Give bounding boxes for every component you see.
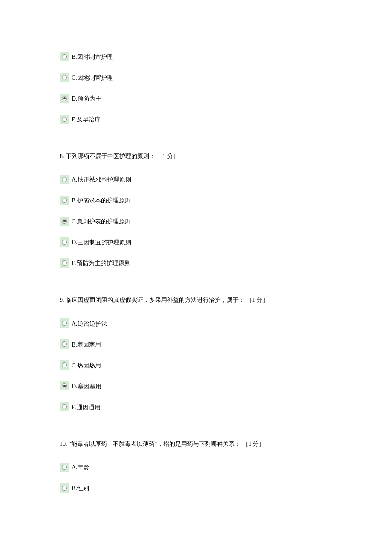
radio-button[interactable] bbox=[60, 402, 69, 411]
radio-button[interactable] bbox=[60, 462, 69, 472]
radio-button[interactable] bbox=[60, 175, 69, 184]
radio-button[interactable] bbox=[60, 339, 69, 349]
option-label: B.寒因寒用 bbox=[72, 339, 101, 350]
option-row[interactable]: B.寒因寒用 bbox=[60, 339, 332, 350]
option-label: D.三因制宜的护理原则 bbox=[72, 237, 131, 247]
radio-button[interactable] bbox=[60, 115, 69, 124]
question-8-stem: 8. 下列哪项不属于中医护理的原则： ［1 分］ bbox=[60, 152, 332, 161]
radio-button[interactable] bbox=[60, 258, 69, 268]
option-label: C.因地制宜护理 bbox=[72, 72, 113, 83]
option-label: B.因时制宜护理 bbox=[72, 51, 113, 62]
radio-button-selected[interactable] bbox=[60, 94, 69, 103]
radio-button-selected[interactable] bbox=[60, 381, 69, 390]
radio-button[interactable] bbox=[60, 196, 69, 205]
option-label: D.塞因塞用 bbox=[72, 381, 101, 391]
radio-button-selected[interactable] bbox=[60, 217, 69, 226]
option-label: A.年龄 bbox=[72, 462, 89, 472]
option-label: A.扶正祛邪的护理原则 bbox=[72, 174, 131, 185]
question-8-options: A.扶正祛邪的护理原则 B.护病求本的护理原则 C.急则护表的护理原则 D.三因… bbox=[60, 174, 332, 268]
option-row[interactable]: E.预防为主的护理原则 bbox=[60, 257, 332, 268]
option-row[interactable]: E.及早治疗 bbox=[60, 114, 332, 124]
option-row[interactable]: A.年龄 bbox=[60, 462, 332, 472]
question-10-options: A.年龄 B.性别 bbox=[60, 462, 332, 493]
option-row[interactable]: D.塞因塞用 bbox=[60, 381, 332, 391]
radio-button[interactable] bbox=[60, 483, 69, 493]
question-10-stem: 10. “能毒者以厚药，不胜毒者以薄药”，指的是用药与下列哪种关系： ［1 分］ bbox=[60, 439, 332, 449]
option-label: D.预防为主 bbox=[72, 93, 101, 104]
option-row[interactable]: B.因时制宜护理 bbox=[60, 51, 332, 62]
option-row[interactable]: C.热因热用 bbox=[60, 360, 332, 370]
option-row[interactable]: A.扶正祛邪的护理原则 bbox=[60, 174, 332, 185]
option-row[interactable]: A.逆治逆护法 bbox=[60, 318, 332, 329]
option-row[interactable]: E.通因通用 bbox=[60, 402, 332, 412]
radio-button[interactable] bbox=[60, 52, 69, 61]
option-row[interactable]: D.预防为主 bbox=[60, 93, 332, 104]
radio-button[interactable] bbox=[60, 318, 69, 328]
option-label: B.性别 bbox=[72, 483, 89, 493]
radio-button[interactable] bbox=[60, 360, 69, 370]
option-label: B.护病求本的护理原则 bbox=[72, 195, 131, 205]
option-row[interactable]: B.护病求本的护理原则 bbox=[60, 195, 332, 205]
option-label: E.通因通用 bbox=[72, 402, 101, 412]
option-label: C.急则护表的护理原则 bbox=[72, 216, 131, 226]
option-label: E.预防为主的护理原则 bbox=[72, 257, 130, 268]
option-label: E.及早治疗 bbox=[72, 114, 101, 124]
radio-button[interactable] bbox=[60, 73, 69, 82]
option-row[interactable]: D.三因制宜的护理原则 bbox=[60, 237, 332, 247]
radio-button[interactable] bbox=[60, 237, 69, 247]
option-label: C.热因热用 bbox=[72, 360, 101, 370]
question-7-options: B.因时制宜护理 C.因地制宜护理 D.预防为主 E.及早治疗 bbox=[60, 51, 332, 124]
option-label: A.逆治逆护法 bbox=[72, 318, 107, 329]
option-row[interactable]: B.性别 bbox=[60, 483, 332, 493]
question-9-options: A.逆治逆护法 B.寒因寒用 C.热因热用 D.塞因塞用 E.通因通用 bbox=[60, 318, 332, 412]
option-row[interactable]: C.急则护表的护理原则 bbox=[60, 216, 332, 226]
question-9-stem: 9. 临床因虚而闭阻的真虚假实证，多采用补益的方法进行治护，属于： ［1 分］ bbox=[60, 295, 332, 305]
option-row[interactable]: C.因地制宜护理 bbox=[60, 72, 332, 83]
